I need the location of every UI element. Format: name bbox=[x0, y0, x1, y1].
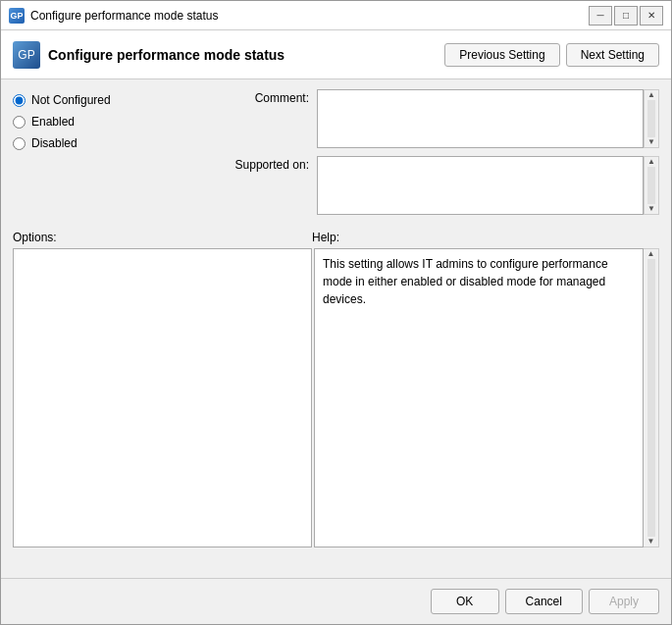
radio-not-configured-input[interactable] bbox=[13, 94, 26, 107]
comment-scroll-track bbox=[647, 100, 655, 137]
help-box: This setting allows IT admins to configu… bbox=[314, 248, 644, 547]
comment-scroll-down[interactable]: ▼ bbox=[647, 138, 655, 146]
radio-disabled[interactable]: Disabled bbox=[13, 136, 219, 150]
window-icon-text: GP bbox=[10, 11, 23, 21]
radio-disabled-input[interactable] bbox=[13, 137, 26, 150]
cancel-button[interactable]: Cancel bbox=[505, 589, 583, 614]
supported-row: Supported on: ▲ ▼ bbox=[219, 156, 659, 215]
header-icon: GP bbox=[13, 41, 40, 69]
apply-button[interactable]: Apply bbox=[589, 589, 659, 614]
header-bar: GP Configure performance mode status Pre… bbox=[1, 30, 671, 79]
window-title: Configure performance mode status bbox=[30, 9, 218, 23]
help-scrollbar: ▲ ▼ bbox=[644, 248, 659, 547]
labels-row: Options: Help: bbox=[13, 231, 659, 244]
header-left: GP Configure performance mode status bbox=[13, 41, 284, 69]
close-button[interactable]: ✕ bbox=[640, 6, 663, 26]
radio-disabled-label: Disabled bbox=[31, 136, 78, 150]
window-icon: GP bbox=[9, 8, 25, 24]
options-box bbox=[13, 248, 312, 547]
main-window: GP Configure performance mode status ─ □… bbox=[0, 0, 672, 625]
ok-button[interactable]: OK bbox=[431, 589, 499, 614]
comment-label: Comment: bbox=[219, 89, 317, 105]
supported-textarea[interactable] bbox=[317, 156, 644, 215]
header-buttons: Previous Setting Next Setting bbox=[444, 43, 659, 67]
radio-not-configured-label: Not Configured bbox=[31, 93, 111, 107]
help-scroll-down[interactable]: ▼ bbox=[647, 538, 655, 546]
radio-enabled[interactable]: Enabled bbox=[13, 115, 219, 129]
left-panel: Not Configured Enabled Disabled bbox=[13, 89, 219, 223]
radio-not-configured[interactable]: Not Configured bbox=[13, 93, 219, 107]
comment-scroll-up[interactable]: ▲ bbox=[647, 91, 655, 99]
content-area: Not Configured Enabled Disabled Comment: bbox=[1, 79, 671, 578]
title-bar-controls: ─ □ ✕ bbox=[589, 6, 663, 26]
radio-enabled-input[interactable] bbox=[13, 116, 26, 129]
next-setting-button[interactable]: Next Setting bbox=[566, 43, 659, 67]
supported-scrollbar: ▲ ▼ bbox=[644, 156, 659, 215]
supported-scroll-track bbox=[647, 167, 655, 204]
supported-scroll-down[interactable]: ▼ bbox=[647, 205, 655, 213]
comment-scrollbar: ▲ ▼ bbox=[644, 89, 659, 148]
comment-row: Comment: ▲ ▼ bbox=[219, 89, 659, 148]
help-section-label: Help: bbox=[312, 231, 659, 244]
title-bar: GP Configure performance mode status ─ □… bbox=[1, 1, 671, 30]
maximize-button[interactable]: □ bbox=[614, 6, 638, 26]
help-text: This setting allows IT admins to configu… bbox=[323, 257, 608, 306]
footer: OK Cancel Apply bbox=[1, 578, 671, 624]
help-scroll-track bbox=[647, 259, 655, 537]
right-panel: Comment: ▲ ▼ Supported on: ▲ ▼ bbox=[219, 89, 659, 223]
comment-textarea[interactable] bbox=[317, 89, 644, 148]
title-bar-left: GP Configure performance mode status bbox=[9, 8, 218, 24]
previous-setting-button[interactable]: Previous Setting bbox=[444, 43, 559, 67]
boxes-row: This setting allows IT admins to configu… bbox=[13, 248, 659, 568]
options-section-label: Options: bbox=[13, 231, 312, 244]
options-help-section: Options: Help: This setting allows IT ad… bbox=[13, 231, 659, 568]
top-section: Not Configured Enabled Disabled Comment: bbox=[13, 89, 659, 223]
header-title: Configure performance mode status bbox=[48, 47, 284, 63]
radio-enabled-label: Enabled bbox=[31, 115, 75, 129]
supported-label: Supported on: bbox=[219, 156, 317, 172]
supported-scroll-up[interactable]: ▲ bbox=[647, 158, 655, 166]
help-box-wrapper: This setting allows IT admins to configu… bbox=[314, 248, 659, 568]
header-icon-text: GP bbox=[18, 48, 34, 62]
help-scroll-up[interactable]: ▲ bbox=[647, 250, 655, 258]
minimize-button[interactable]: ─ bbox=[589, 6, 612, 26]
radio-group: Not Configured Enabled Disabled bbox=[13, 89, 219, 150]
